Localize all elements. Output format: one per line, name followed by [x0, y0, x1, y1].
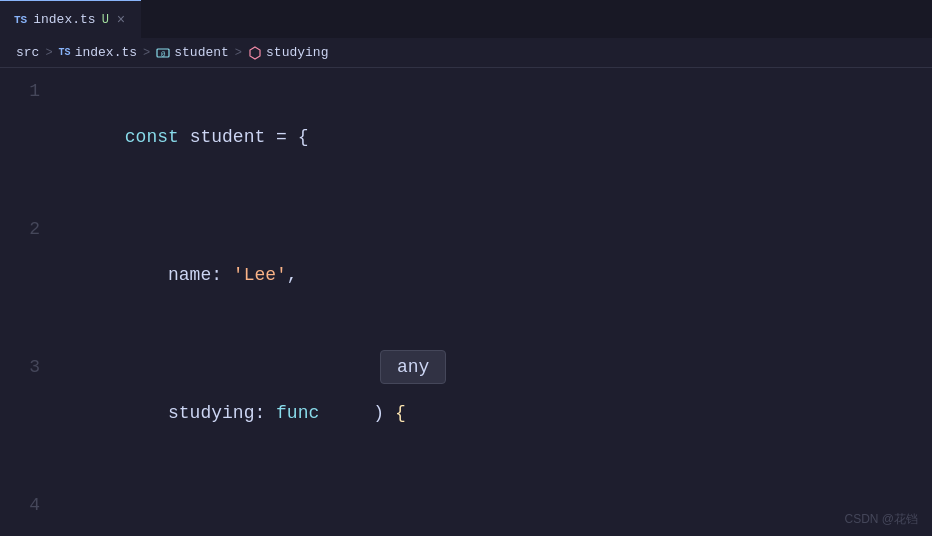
- class-icon: @: [156, 46, 170, 60]
- breadcrumb-file: TS index.ts: [59, 45, 137, 60]
- line-number-1: 1: [0, 68, 60, 114]
- line-content-3: studying: function() {: [60, 344, 932, 482]
- watermark: CSDN @花铛: [844, 511, 918, 528]
- line-content-2: name: 'Lee',: [60, 206, 932, 344]
- line-number-4: 4: [0, 482, 60, 528]
- breadcrumb-sep-1: >: [45, 46, 52, 60]
- breadcrumb-sep-2: >: [143, 46, 150, 60]
- tab-close-button[interactable]: ×: [115, 10, 127, 30]
- tab-index-ts[interactable]: TS index.ts U ×: [0, 0, 141, 38]
- breadcrumb-func: studying: [248, 45, 328, 60]
- line-number-3: 3: [0, 344, 60, 390]
- breadcrumb-sep-3: >: [235, 46, 242, 60]
- svg-marker-2: [250, 47, 260, 59]
- breadcrumb-class: @ student: [156, 45, 229, 60]
- breadcrumb: src > TS index.ts > @ student > studying: [0, 38, 932, 68]
- tab-filename: index.ts: [33, 12, 95, 27]
- line-content-4: console.log(this.name): [60, 482, 932, 536]
- code-line-1: 1 const student = {: [0, 68, 932, 206]
- code-line-3: 3 studying: function() { any: [0, 344, 932, 482]
- tab-bar: TS index.ts U ×: [0, 0, 932, 38]
- tab-ts-badge: TS: [14, 14, 27, 26]
- breadcrumb-src: src: [16, 45, 39, 60]
- line-content-1: const student = {: [60, 68, 932, 206]
- code-line-2: 2 name: 'Lee',: [0, 206, 932, 344]
- code-line-4: 4 console.log(this.name): [0, 482, 932, 536]
- func-icon: [248, 46, 262, 60]
- line-number-2: 2: [0, 206, 60, 252]
- tab-modified-badge: U: [102, 13, 109, 27]
- code-area: 1 const student = { 2 name: 'Lee', 3 stu…: [0, 68, 932, 536]
